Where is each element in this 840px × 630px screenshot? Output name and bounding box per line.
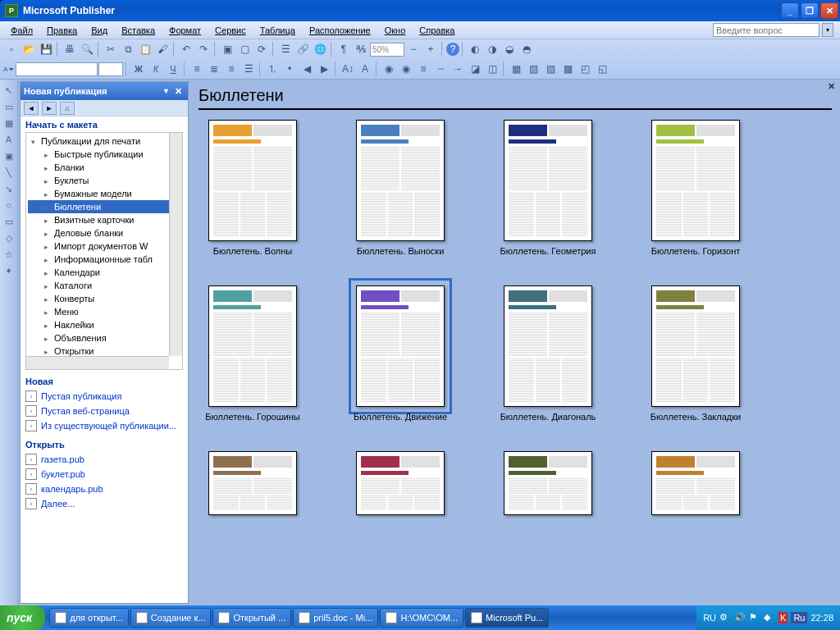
align-right-icon[interactable]: ≡ bbox=[223, 61, 240, 77]
tree-item[interactable]: ▸Информационные табл bbox=[28, 253, 180, 266]
shadow-icon[interactable]: ◪ bbox=[467, 61, 483, 77]
lang-indicator-2[interactable]: Ru bbox=[791, 612, 807, 623]
numbering-icon[interactable]: ⒈ bbox=[264, 61, 281, 77]
italic-icon[interactable]: К bbox=[148, 61, 164, 77]
arrow-style-icon[interactable]: → bbox=[450, 61, 466, 77]
tree-item[interactable]: ▸Бюллетени bbox=[28, 200, 180, 213]
3d-icon[interactable]: ◫ bbox=[484, 61, 500, 77]
taskpane-back-icon[interactable]: ◄ bbox=[24, 102, 39, 115]
template-item[interactable]: Бюллетень. Диагональ bbox=[494, 285, 602, 422]
dec-indent-icon[interactable]: ◀ bbox=[299, 61, 315, 77]
open-icon[interactable]: 📂 bbox=[21, 41, 37, 57]
tree-item[interactable]: ▸Визитные карточки bbox=[28, 213, 180, 226]
preview-icon[interactable]: 🔍 bbox=[79, 41, 95, 57]
template-item[interactable]: Бюллетень. Движение bbox=[346, 285, 454, 422]
zoom-out-icon[interactable]: − bbox=[405, 41, 422, 57]
extra1-icon[interactable]: ◐ bbox=[467, 41, 483, 57]
inc-indent-icon[interactable]: ▶ bbox=[316, 61, 332, 77]
lang-indicator[interactable]: RU bbox=[703, 613, 716, 623]
menu-edit[interactable]: Правка bbox=[41, 24, 83, 37]
taskbar-item[interactable]: Открытый ... bbox=[212, 608, 291, 628]
taskpane-dropdown-icon[interactable]: ▼ bbox=[160, 87, 172, 95]
taskpane-close-icon[interactable]: ✕ bbox=[172, 86, 185, 97]
template-item[interactable]: Бюллетень. Выноски bbox=[346, 120, 454, 256]
template-item[interactable]: Бюллетень. Горизонт bbox=[641, 120, 750, 256]
tray-kaspersky-icon[interactable]: K bbox=[778, 612, 788, 623]
template-item[interactable]: Бюллетень. Горошины bbox=[199, 285, 307, 422]
template-item[interactable]: Бюллетень. Волны bbox=[199, 120, 307, 256]
template-item[interactable]: Бюллетень. Закладки bbox=[641, 285, 750, 422]
menu-window[interactable]: Окно bbox=[379, 24, 412, 37]
tree-item[interactable]: ▸Бланки bbox=[28, 161, 180, 174]
send-back-icon[interactable]: ▢ bbox=[236, 41, 253, 57]
font-name-input[interactable] bbox=[16, 62, 98, 76]
help-question-box[interactable]: ▾ bbox=[713, 23, 833, 37]
tree-item[interactable]: ▸Меню bbox=[28, 305, 180, 318]
bold-icon[interactable]: Ж bbox=[130, 61, 147, 77]
save-icon[interactable]: 💾 bbox=[38, 41, 54, 57]
tree-item[interactable]: ▸Импорт документов W bbox=[28, 240, 180, 253]
menu-view[interactable]: Вид bbox=[85, 24, 113, 37]
tree-item[interactable]: ▸Деловые бланки bbox=[28, 226, 180, 240]
line-color-icon[interactable]: ◉ bbox=[398, 61, 414, 77]
tray-icon-2[interactable]: 🔊 bbox=[734, 612, 746, 623]
maximize-button[interactable]: ❐ bbox=[801, 2, 819, 19]
menu-tools[interactable]: Сервис bbox=[209, 24, 252, 37]
menu-insert[interactable]: Вставка bbox=[116, 24, 161, 37]
font-color-icon[interactable]: A bbox=[357, 61, 373, 77]
open-publication-link[interactable]: ▫Далее... bbox=[25, 496, 183, 511]
bring-front-icon[interactable]: ▣ bbox=[219, 41, 235, 57]
align-left-icon[interactable]: ≡ bbox=[189, 61, 205, 77]
hyperlink-icon[interactable]: 🔗 bbox=[294, 41, 311, 57]
tree-item[interactable]: ▸Объявления bbox=[28, 331, 180, 345]
tree-vscrollbar[interactable] bbox=[169, 133, 182, 356]
system-tray[interactable]: RU ⚙ 🔊 ⚑ ◆ K Ru 22:28 bbox=[696, 605, 840, 630]
minimize-button[interactable]: _ bbox=[781, 2, 799, 19]
wordart-icon[interactable]: A bbox=[2, 132, 16, 147]
gallery-close-icon[interactable]: ✕ bbox=[828, 81, 835, 92]
open-publication-link[interactable]: ▫буклет.pub bbox=[25, 467, 183, 482]
tree-item[interactable]: ▸Быстрые публикации bbox=[28, 148, 180, 161]
textfit-icon[interactable]: A↕ bbox=[340, 61, 356, 77]
shapes-tool-icon[interactable]: ◇ bbox=[2, 231, 16, 245]
tree-item[interactable]: ▸Календари bbox=[28, 266, 180, 279]
taskbar-item[interactable]: H:\ОМС\ОМ... bbox=[380, 608, 463, 628]
extra2-icon[interactable]: ◑ bbox=[484, 41, 500, 57]
special-chars-icon[interactable]: ℁ bbox=[353, 41, 369, 57]
tree-item[interactable]: ▸Бумажные модели bbox=[28, 187, 180, 200]
copy-icon[interactable]: ⧉ bbox=[120, 41, 136, 57]
pic3-icon[interactable]: ▨ bbox=[542, 61, 559, 77]
fill-color-icon[interactable]: ◉ bbox=[381, 61, 397, 77]
tray-icon-4[interactable]: ◆ bbox=[764, 612, 775, 623]
align-justify-icon[interactable]: ☰ bbox=[240, 61, 257, 77]
cut-icon[interactable]: ✂ bbox=[103, 41, 119, 57]
show-marks-icon[interactable]: ¶ bbox=[336, 41, 352, 57]
paste-icon[interactable]: 📋 bbox=[137, 41, 153, 57]
tray-icon-3[interactable]: ⚑ bbox=[749, 612, 760, 623]
help-icon[interactable]: ? bbox=[446, 43, 459, 56]
format-painter-icon[interactable]: 🖌 bbox=[154, 41, 171, 57]
open-publication-link[interactable]: ▫газета.pub bbox=[25, 452, 183, 467]
dash-style-icon[interactable]: ┄ bbox=[432, 61, 449, 77]
tree-item[interactable]: ▸Буклеты bbox=[28, 174, 180, 187]
new-publication-link[interactable]: ▫Пустая веб-страница bbox=[25, 404, 183, 418]
close-button[interactable]: ✕ bbox=[820, 2, 838, 19]
taskbar-item[interactable]: Microsoft Pu... bbox=[465, 608, 549, 628]
open-publication-link[interactable]: ▫календарь.pub bbox=[25, 482, 183, 496]
taskpane-fwd-icon[interactable]: ► bbox=[42, 102, 57, 115]
start-button[interactable]: пуск bbox=[0, 605, 45, 630]
pointer-icon[interactable]: ↖ bbox=[2, 83, 16, 98]
pic6-icon[interactable]: ◱ bbox=[594, 61, 610, 77]
line-tool-icon[interactable]: ╲ bbox=[2, 165, 16, 180]
tree-item[interactable]: ▸Каталоги bbox=[28, 279, 180, 292]
rotate-icon[interactable]: ⟳ bbox=[253, 41, 270, 57]
tree-root[interactable]: ▾Публикации для печати bbox=[28, 135, 180, 148]
pic5-icon[interactable]: ◰ bbox=[577, 61, 593, 77]
underline-icon[interactable]: Ч bbox=[165, 61, 181, 77]
tree-hscrollbar[interactable] bbox=[26, 356, 169, 369]
help-question-input[interactable] bbox=[713, 23, 819, 37]
style-dropdown-icon[interactable]: A⏷ bbox=[3, 61, 15, 77]
help-dropdown-icon[interactable]: ▾ bbox=[822, 23, 833, 37]
design-gallery-icon[interactable]: ✦ bbox=[2, 263, 16, 278]
redo-icon[interactable]: ↷ bbox=[195, 41, 212, 57]
